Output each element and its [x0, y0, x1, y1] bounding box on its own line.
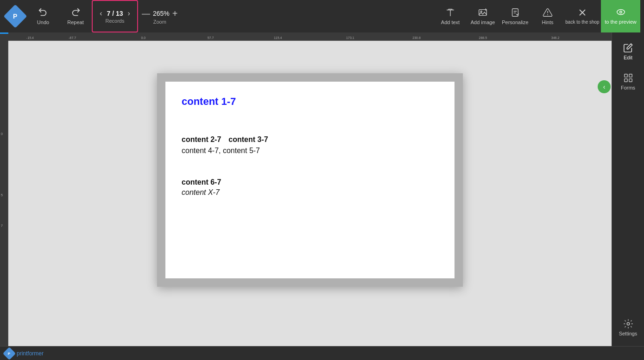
content-3-7-text: content 3-7: [228, 135, 268, 144]
ruler-h-mark-9: 346.2: [551, 36, 560, 39]
right-panel: Edit Forms Settings: [612, 32, 644, 346]
content-5-7-text: content 5-7: [223, 147, 260, 154]
records-next-button[interactable]: ›: [126, 9, 132, 18]
eye-icon: [616, 7, 626, 17]
ruler-h-mark-5: 115.4: [274, 36, 282, 39]
canvas-with-ruler: 0 5 7 content 1-7 content 2-7 content 3-…: [0, 41, 612, 346]
content-row-1: content 2-7 content 3-7: [182, 135, 441, 144]
ruler-v-mark-3: 7: [1, 224, 3, 227]
hints-icon: [543, 7, 553, 18]
ruler-h-mark-7: 230.8: [412, 36, 421, 39]
app-logo[interactable]: P: [4, 0, 27, 32]
ruler-h-mark-3: 0.0: [141, 36, 145, 39]
bottom-bar: P printformer: [0, 346, 644, 360]
undo-label: Undo: [37, 19, 49, 25]
add-text-icon: [445, 7, 455, 18]
svg-point-8: [619, 11, 622, 13]
content-1-7-text: content 1-7: [182, 96, 441, 108]
logo-icon: P: [13, 13, 17, 20]
ruler-top-row: -15.4 -67.7 0.0 57.7 115.4 173.1 230.8 2…: [0, 32, 612, 41]
svg-point-7: [617, 10, 625, 15]
ruler-h-mark-6: 173.1: [346, 36, 354, 39]
back-to-shop-label: back to the shop: [565, 19, 599, 25]
toolbar: P Undo Repeat ‹ 7 / 13 › Records — 265% …: [0, 0, 644, 32]
records-count: 7 / 13: [107, 10, 123, 17]
repeat-button[interactable]: Repeat: [59, 0, 92, 32]
ruler-h-mark-4: 57.7: [208, 36, 214, 39]
svg-point-13: [627, 322, 630, 325]
add-text-label: Add text: [441, 19, 460, 25]
content-x-7-text: content X-7: [182, 188, 441, 197]
page-outer: content 1-7 content 2-7 content 3-7 cont…: [157, 73, 463, 287]
canvas-wrapper: -15.4 -67.7 0.0 57.7 115.4 173.1 230.8 2…: [0, 32, 612, 346]
main-area: -15.4 -67.7 0.0 57.7 115.4 173.1 230.8 2…: [0, 32, 644, 346]
content-row-2: content 4-7, content 5-7: [182, 147, 441, 155]
forms-icon: [623, 73, 633, 83]
edit-panel-label: Edit: [624, 55, 632, 60]
svg-rect-9: [624, 74, 627, 77]
edit-panel-button[interactable]: Edit: [612, 36, 644, 66]
content-2-7-text: content 2-7: [182, 135, 221, 144]
forms-panel-label: Forms: [621, 85, 635, 90]
close-icon: [577, 7, 587, 18]
svg-rect-10: [629, 74, 631, 77]
ruler-horizontal: -15.4 -67.7 0.0 57.7 115.4 173.1 230.8 2…: [8, 32, 612, 41]
bottom-logo-icon: P: [3, 347, 16, 360]
printformer-logo: P printformer: [5, 349, 44, 358]
add-image-button[interactable]: Add image: [467, 0, 499, 32]
ruler-h-mark-2: -67.7: [69, 36, 76, 39]
svg-rect-11: [624, 78, 627, 81]
personalize-label: Personalize: [502, 19, 528, 25]
personalize-button[interactable]: Personalize: [499, 0, 531, 32]
records-prev-button[interactable]: ‹: [98, 9, 104, 18]
bottom-logo-letter: P: [8, 351, 10, 355]
repeat-label: Repeat: [67, 19, 83, 25]
zoom-in-button[interactable]: +: [172, 8, 178, 19]
settings-panel-label: Settings: [619, 331, 638, 336]
edit-icon: [623, 43, 633, 53]
content-6-7-text: content 6-7: [182, 178, 441, 186]
settings-panel-button[interactable]: Settings: [612, 312, 644, 342]
undo-button[interactable]: Undo: [27, 0, 59, 32]
ruler-vertical: 0 5 7: [0, 41, 8, 346]
page-inner: content 1-7 content 2-7 content 3-7 cont…: [165, 82, 455, 278]
add-image-icon: [478, 7, 488, 18]
content-4-7-text: content 4-7,: [182, 147, 221, 154]
to-preview-label: to the preview: [605, 19, 636, 25]
records-group[interactable]: ‹ 7 / 13 › Records: [92, 0, 138, 32]
add-image-label: Add image: [471, 19, 495, 25]
add-text-button[interactable]: Add text: [434, 0, 467, 32]
repeat-icon: [70, 7, 81, 18]
canvas-area[interactable]: content 1-7 content 2-7 content 3-7 cont…: [8, 41, 612, 346]
svg-point-1: [480, 11, 482, 12]
svg-rect-12: [629, 78, 631, 81]
personalize-icon: [510, 7, 520, 18]
ruler-v-mark-2: 5: [1, 193, 3, 197]
records-nav: ‹ 7 / 13 ›: [98, 9, 132, 18]
zoom-label: Zoom: [153, 19, 166, 25]
chevron-right-icon: ‹: [603, 83, 606, 90]
ruler-h-mark-1: -15.4: [26, 36, 34, 39]
back-to-shop-button[interactable]: back to the shop: [564, 0, 601, 32]
collapse-panel-button[interactable]: ‹: [598, 80, 611, 93]
hints-button[interactable]: Hints: [531, 0, 564, 32]
hints-label: Hints: [542, 19, 553, 25]
bottom-logo-text: printformer: [17, 350, 44, 357]
zoom-value: 265%: [153, 10, 170, 17]
forms-panel-button[interactable]: Forms: [612, 66, 644, 96]
zoom-section: — 265% + Zoom: [138, 0, 182, 32]
records-label: Records: [106, 18, 125, 24]
settings-icon: [623, 319, 633, 329]
undo-icon: [38, 7, 48, 18]
zoom-dash: —: [142, 9, 150, 19]
to-preview-button[interactable]: to the preview: [601, 0, 640, 32]
ruler-v-mark-1: 0: [1, 132, 3, 135]
ruler-h-mark-8: 288.5: [479, 36, 487, 39]
